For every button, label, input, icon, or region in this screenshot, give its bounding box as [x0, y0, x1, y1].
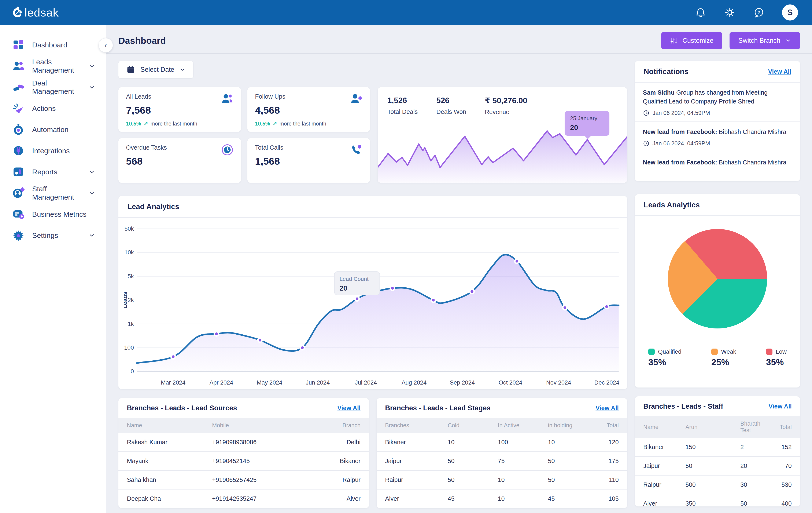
sidebar-item-label: Deal Management	[32, 79, 80, 96]
leads-icon	[12, 60, 25, 72]
y-axis-label: Leads	[124, 292, 128, 308]
select-date-label: Select Date	[140, 66, 174, 74]
metrics-icon	[12, 208, 25, 220]
trend-up-icon: ↗	[144, 120, 148, 127]
help-icon[interactable]: ?	[753, 6, 765, 19]
notification-subject: New lead from Facebook:	[643, 129, 717, 135]
table-row[interactable]: Raipur501050110	[377, 470, 627, 489]
avatar[interactable]: S	[782, 4, 798, 21]
reports-icon	[12, 166, 25, 178]
legend-percent: 25%	[712, 357, 736, 368]
table-cell: 45	[540, 489, 589, 508]
trend-up-icon: ↗	[272, 120, 277, 127]
delta-percent: 10.5%	[255, 120, 270, 127]
sidebar-item-metrics[interactable]: Business Metrics	[0, 204, 106, 225]
table-cell: +919098938086	[204, 433, 314, 452]
table-row[interactable]: Jaipur502070	[635, 457, 800, 475]
customize-button[interactable]: Customize	[661, 32, 722, 49]
table-row[interactable]: Alver451045105	[377, 489, 627, 508]
table-cell: 70	[771, 457, 800, 475]
leads-pie-chart	[668, 229, 767, 328]
table-cell: 10	[540, 433, 589, 452]
table-cell: 100	[489, 433, 540, 452]
table-title: Branches - Leads - Staff	[643, 402, 723, 410]
table-view-all-link[interactable]: View All	[337, 405, 360, 412]
bell-icon[interactable]	[694, 6, 707, 19]
table-view-all-link[interactable]: View All	[768, 403, 792, 410]
notifications-view-all-link[interactable]: View All	[768, 68, 791, 75]
table-row[interactable]: Deepak Cha+919142535247Alver	[118, 489, 369, 508]
sidebar-item-leads[interactable]: Leads Management	[0, 55, 106, 77]
table-cell: Mayank	[118, 452, 204, 470]
table-view-all-link[interactable]: View All	[596, 405, 619, 412]
deals-card: 1,526 Total Deals 526 Deals Won ₹ 50,276…	[378, 87, 627, 183]
gear-icon[interactable]	[724, 6, 736, 19]
column-header: Bharath Test	[732, 416, 771, 438]
table-cell: 45	[439, 489, 489, 508]
table-row[interactable]: Bikaner1010010120	[377, 433, 627, 452]
table-row[interactable]: Alver35050400	[635, 494, 800, 507]
table-cell: Alver	[314, 489, 369, 508]
user-plus-icon	[350, 93, 362, 105]
sidebar-collapse-button[interactable]: ‹	[98, 38, 113, 53]
table-row[interactable]: Bikaner1502152	[635, 438, 800, 457]
x-tick-label: Jul 2024	[355, 379, 377, 386]
sidebar-item-reports[interactable]: Reports	[0, 161, 106, 183]
sidebar-item-automation[interactable]: Automation	[0, 119, 106, 140]
sidebar: DashboardLeads ManagementDeal Management…	[0, 25, 106, 513]
table-cell: 10	[489, 489, 540, 508]
toolbar: Select Date	[118, 61, 627, 78]
table-row[interactable]: Rakesh Kumar+919098938086Delhi	[118, 433, 369, 452]
table-cell: 30	[732, 475, 771, 494]
y-tick-label: 5k	[128, 273, 134, 279]
sidebar-item-label: Dashboard	[32, 41, 96, 49]
table-row[interactable]: Raipur50030530	[635, 475, 800, 494]
sidebar-item-label: Reports	[32, 168, 80, 176]
stats-grid: All Leads 7,568 10.5% ↗ m	[118, 87, 370, 183]
sidebar-item-dashboard[interactable]: Dashboard	[0, 34, 106, 55]
table-cell: 2	[732, 438, 771, 457]
sidebar-item-deal[interactable]: Deal Management	[0, 77, 106, 98]
table-cell: 50	[540, 470, 589, 489]
stat-value: 1,568	[255, 155, 362, 167]
notification-item[interactable]: Sam Sidhu Group has changed from Meeting…	[635, 83, 800, 122]
notification-time: Jan 06 2024, 04:59PM	[643, 110, 792, 116]
select-date-button[interactable]: Select Date	[118, 61, 193, 78]
table-cell: Jaipur	[635, 457, 677, 475]
x-tick-label: Mar 2024	[161, 379, 186, 386]
table-cell: Deepak Cha	[118, 489, 204, 508]
column-header: In Active	[489, 418, 540, 433]
column-header: Branch	[314, 418, 369, 433]
logo-text: ledsak	[25, 6, 59, 19]
data-table: NameArunBharath TestTotalBikaner1502152J…	[635, 416, 800, 507]
notification-item[interactable]: New lead from Facebook: Bibhash Chandra …	[635, 122, 800, 152]
stat-delta: 10.5% ↗ more the last month	[255, 120, 326, 127]
table-cell: 152	[771, 438, 800, 457]
delta-note: more the last month	[280, 120, 326, 127]
y-tick-label: 0	[131, 368, 134, 375]
deals-won-value: 526	[436, 96, 466, 105]
x-tick-label: Aug 2024	[402, 379, 427, 386]
sidebar-item-integrations[interactable]: Integrations	[0, 140, 106, 161]
sidebar-item-actions[interactable]: Actions	[0, 98, 106, 119]
table-row[interactable]: Jaipur507550175	[377, 452, 627, 470]
sidebar-item-label: Integrations	[32, 147, 96, 155]
sidebar-item-staff[interactable]: Staff Management	[0, 183, 106, 204]
stat-card-overdue-tasks: Overdue Tasks 568	[118, 138, 241, 183]
x-tick-label: Dec 2024	[594, 379, 619, 386]
table-cell: Delhi	[314, 433, 369, 452]
notifications-card: Notifications View All Sam Sidhu Group h…	[635, 61, 800, 181]
legend-percent: 35%	[766, 357, 787, 368]
notification-item[interactable]: New lead from Facebook: Bibhash Chandra …	[635, 152, 800, 172]
chevron-down-icon	[785, 37, 791, 44]
total-deals-label: Total Deals	[387, 108, 417, 115]
sidebar-item-settings[interactable]: Settings	[0, 225, 106, 246]
table-cell: 530	[771, 475, 800, 494]
switch-branch-button[interactable]: Switch Branch	[729, 32, 800, 49]
sidebar-item-label: Staff Management	[32, 185, 80, 201]
table-row[interactable]: Saha khan+919065257425Raipur	[118, 470, 369, 489]
table-row[interactable]: Mayank+9190452145Bikaner	[118, 452, 369, 470]
notification-subject: New lead from Facebook:	[643, 159, 717, 166]
column-header: Total	[589, 418, 627, 433]
chevron-down-icon	[88, 62, 96, 70]
